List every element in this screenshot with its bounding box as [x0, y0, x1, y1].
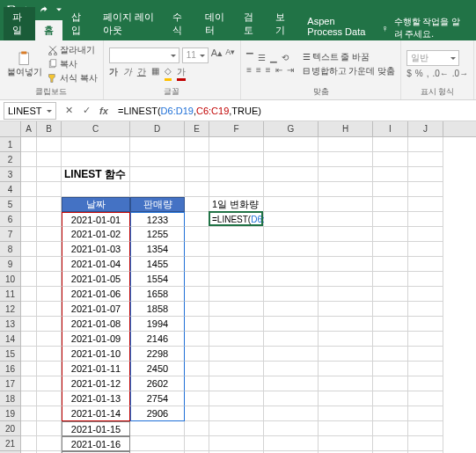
- col-header-B[interactable]: B: [37, 121, 62, 136]
- row-header-10[interactable]: 10: [0, 272, 21, 287]
- col-header-E[interactable]: E: [185, 121, 209, 136]
- align-right-icon[interactable]: ≡: [266, 65, 271, 75]
- tab-page-layout[interactable]: 페이지 레이아웃: [94, 7, 164, 40]
- date-cell[interactable]: 2021-01-03: [62, 242, 130, 257]
- increase-font-icon[interactable]: A▴: [211, 47, 223, 63]
- border-button[interactable]: ▦: [151, 66, 159, 81]
- row-header-21[interactable]: 21: [0, 436, 21, 451]
- value-cell[interactable]: 2450: [130, 362, 185, 376]
- header-sales[interactable]: 판매량: [130, 197, 185, 212]
- font-color-button[interactable]: 가: [177, 66, 186, 81]
- col-header-C[interactable]: C: [62, 121, 130, 136]
- date-cell[interactable]: 2021-01-13: [62, 391, 130, 406]
- spreadsheet-grid[interactable]: ABCDEFGHIJ123LINEST 함수45날짜판매량1일 변화량62021…: [0, 121, 476, 453]
- col-header-I[interactable]: I: [373, 121, 408, 136]
- tell-me-input[interactable]: 수행할 작업을 알려 주세요.: [394, 16, 470, 40]
- merge-center-button[interactable]: ⊟병합하고 가운데 맞춤: [303, 64, 396, 78]
- tab-insert[interactable]: 삽입: [62, 7, 94, 40]
- row-header-6[interactable]: 6: [0, 212, 21, 227]
- font-name-combo[interactable]: [109, 47, 179, 63]
- row-header-1[interactable]: 1: [0, 137, 21, 152]
- date-cell[interactable]: 2021-01-08: [62, 317, 130, 332]
- currency-icon[interactable]: $: [406, 69, 412, 78]
- header-date[interactable]: 날짜: [62, 197, 130, 212]
- align-center-icon[interactable]: ≡: [256, 65, 261, 75]
- select-all-corner[interactable]: [0, 121, 21, 136]
- tab-file[interactable]: 파일: [4, 7, 35, 40]
- bold-button[interactable]: 가: [109, 66, 118, 81]
- align-top-icon[interactable]: ▔: [246, 53, 253, 62]
- increase-decimal-icon[interactable]: .0←: [432, 69, 448, 78]
- percent-icon[interactable]: %: [415, 69, 423, 78]
- fx-button[interactable]: fx: [95, 102, 113, 120]
- value-cell[interactable]: 1233: [130, 212, 185, 227]
- col-header-A[interactable]: A: [21, 121, 37, 136]
- title-cell[interactable]: LINEST 함수: [62, 167, 130, 182]
- date-cell[interactable]: 2021-01-02: [62, 227, 130, 242]
- col-header-F[interactable]: F: [209, 121, 264, 136]
- date-cell[interactable]: 2021-01-16: [62, 436, 130, 451]
- date-cell[interactable]: 2021-01-15: [62, 421, 130, 436]
- date-cell[interactable]: 2021-01-12: [62, 376, 130, 391]
- row-header-4[interactable]: 4: [0, 182, 21, 197]
- indent-increase-icon[interactable]: ⇥: [287, 65, 294, 75]
- date-cell[interactable]: 2021-01-07: [62, 302, 130, 317]
- value-cell[interactable]: 1858: [130, 302, 185, 317]
- row-header-14[interactable]: 14: [0, 332, 21, 347]
- font-size-combo[interactable]: 11: [182, 47, 209, 63]
- date-cell[interactable]: 2021-01-01: [62, 212, 130, 227]
- col-header-D[interactable]: D: [130, 121, 185, 136]
- value-cell[interactable]: 1658: [130, 287, 185, 302]
- value-cell[interactable]: 2602: [130, 376, 185, 391]
- row-header-17[interactable]: 17: [0, 376, 21, 391]
- date-cell[interactable]: 2021-01-09: [62, 332, 130, 347]
- align-bottom-icon[interactable]: ▁: [270, 53, 277, 62]
- tab-view[interactable]: 보기: [267, 7, 298, 40]
- row-header-19[interactable]: 19: [0, 406, 21, 421]
- comma-icon[interactable]: ,: [427, 69, 429, 78]
- copy-button[interactable]: 복사: [48, 57, 98, 71]
- underline-button[interactable]: 간: [137, 66, 146, 81]
- row-header-16[interactable]: 16: [0, 362, 21, 376]
- date-cell[interactable]: 2021-01-10: [62, 347, 130, 362]
- row-header-2[interactable]: 2: [0, 152, 21, 167]
- value-cell[interactable]: 1994: [130, 317, 185, 332]
- date-cell[interactable]: 2021-01-14: [62, 406, 130, 421]
- value-cell[interactable]: 2906: [130, 406, 185, 421]
- tab-home[interactable]: 홈: [35, 20, 62, 40]
- value-cell[interactable]: 1455: [130, 257, 185, 272]
- row-header-11[interactable]: 11: [0, 287, 21, 302]
- date-cell[interactable]: 2021-01-11: [62, 362, 130, 376]
- col-header-J[interactable]: J: [408, 121, 443, 136]
- paste-button[interactable]: 붙여넣기: [5, 48, 44, 80]
- row-header-18[interactable]: 18: [0, 391, 21, 406]
- redo-icon[interactable]: [35, 2, 51, 18]
- date-cell[interactable]: 2021-01-04: [62, 257, 130, 272]
- tab-data[interactable]: 데이터: [196, 7, 235, 40]
- decrease-decimal-icon[interactable]: .0→: [452, 69, 468, 78]
- tab-formulas[interactable]: 수식: [164, 7, 195, 40]
- number-format-combo[interactable]: 일반: [406, 50, 459, 66]
- name-box[interactable]: LINEST: [4, 102, 56, 120]
- italic-button[interactable]: 가: [123, 66, 132, 81]
- orientation-icon[interactable]: ⟲: [282, 53, 289, 62]
- row-header-20[interactable]: 20: [0, 421, 21, 436]
- decrease-font-icon[interactable]: A▾: [225, 47, 235, 63]
- formula-input[interactable]: =LINEST(D6:D19, C6:C19, TRUE): [113, 102, 476, 120]
- tab-review[interactable]: 검토: [235, 7, 267, 40]
- col-header-G[interactable]: G: [264, 121, 319, 136]
- row-header-13[interactable]: 13: [0, 317, 21, 332]
- row-header-3[interactable]: 3: [0, 167, 21, 182]
- align-middle-icon[interactable]: ☰: [258, 53, 266, 62]
- row-header-15[interactable]: 15: [0, 347, 21, 362]
- value-cell[interactable]: 1354: [130, 242, 185, 257]
- row-header-8[interactable]: 8: [0, 242, 21, 257]
- indent-decrease-icon[interactable]: ⇤: [275, 65, 282, 75]
- active-cell-formula[interactable]: =LINEST(D6:D19, C6:C19, TRUE)③: [209, 212, 264, 227]
- label-daily-change[interactable]: 1일 변화량: [209, 197, 264, 212]
- row-header-12[interactable]: 12: [0, 302, 21, 317]
- row-header-5[interactable]: 5: [0, 197, 21, 212]
- row-header-9[interactable]: 9: [0, 257, 21, 272]
- value-cell[interactable]: 2298: [130, 347, 185, 362]
- format-painter-button[interactable]: 서식 복사: [48, 71, 98, 85]
